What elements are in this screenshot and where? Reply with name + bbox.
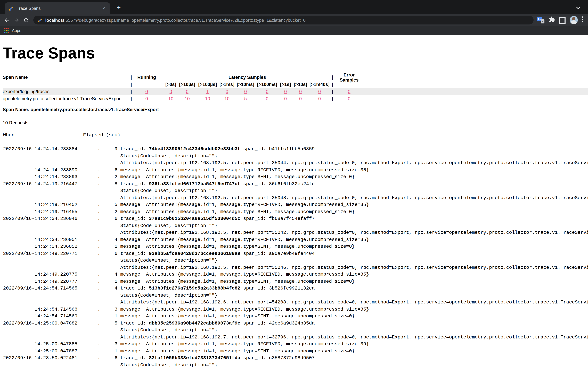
- col-separator: |: [129, 75, 133, 80]
- request-message: 14:24:54.714568 . 3 message Attributes:{…: [3, 306, 588, 313]
- request-when: 2022/09/16-14:24:54.714565 . 4 trace_id:…: [3, 285, 588, 292]
- span-name: exporter/logging/traces: [3, 89, 129, 94]
- new-tab-button[interactable]: +: [114, 3, 123, 12]
- tab-title: Trace Spans: [17, 6, 101, 11]
- request-count: 10 Requests: [3, 120, 588, 125]
- latency-count: 5: [235, 96, 256, 101]
- latency-count-link[interactable]: 1: [206, 89, 209, 94]
- latency-count: 0: [279, 89, 292, 94]
- latency-count: 0: [292, 96, 309, 101]
- latency-count-link[interactable]: 0: [266, 96, 268, 101]
- request-status: Status{Code=Unset, description=""}: [3, 326, 588, 334]
- col-separator: |: [160, 82, 164, 87]
- error-count: 0: [335, 96, 364, 101]
- latency-count-link[interactable]: 10: [205, 96, 210, 101]
- request-message: 14:24:14.233893 . 2 message Attributes:{…: [3, 173, 588, 180]
- latency-count: 10: [164, 96, 178, 101]
- url-bar[interactable]: localhost:55679/debug/tracez?zspanname=o…: [33, 16, 534, 25]
- latency-count-link[interactable]: 0: [299, 89, 302, 94]
- latency-count-link[interactable]: 0: [244, 89, 247, 94]
- latency-count: 0: [256, 96, 279, 101]
- request-status: Status{Code=Unset, description=""}: [3, 257, 588, 264]
- reload-button[interactable]: [21, 15, 31, 25]
- span-summary-table: Span Name|Running|Latency Samples|Error …: [3, 74, 588, 102]
- request-attributes: Attributes:{net.peer.ip=192.168.192.5, n…: [3, 264, 588, 271]
- latency-count: 0: [178, 89, 197, 94]
- tab-trace-spans[interactable]: Trace Spans ×: [5, 2, 110, 14]
- latency-count-link[interactable]: 10: [225, 96, 230, 101]
- error-count-link[interactable]: 0: [348, 96, 350, 101]
- tab-search-chevron-icon[interactable]: [576, 5, 580, 11]
- bucket-label: [>100ms]: [256, 82, 279, 87]
- apps-bookmark-label[interactable]: Apps: [12, 28, 21, 33]
- request-message: 14:24:14.233890 . 6 message Attributes:{…: [3, 166, 588, 173]
- latency-count-link[interactable]: 0: [266, 89, 268, 94]
- telescope-favicon-icon: [8, 6, 14, 11]
- latency-count-link[interactable]: 10: [185, 96, 190, 101]
- bookmarks-bar: Apps: [0, 26, 588, 35]
- bucket-label: [>10ms]: [235, 82, 256, 87]
- running-count: 0: [133, 89, 160, 94]
- request-message: 14:25:00.047885 . 3 message Attributes:{…: [3, 341, 588, 348]
- request-when: 2022/09/16-14:24:19.216447 . 8 trace_id:…: [3, 180, 588, 187]
- request-when: 2022/09/16-14:25:00.047882 . 5 trace_id:…: [3, 320, 588, 326]
- running-count-link[interactable]: 0: [145, 96, 148, 101]
- latency-count: 0: [256, 89, 279, 94]
- col-span-name: Span Name: [3, 75, 129, 80]
- url-text: localhost:55679/debug/tracez?zspanname=o…: [45, 17, 306, 23]
- kebab-menu-icon[interactable]: [582, 16, 583, 24]
- request-attributes: Attributes:{net.peer.ip=192.168.192.5, n…: [3, 194, 588, 201]
- profile-avatar[interactable]: [570, 16, 578, 24]
- col-separator: |: [160, 89, 164, 94]
- col-separator: |: [330, 89, 335, 94]
- request-status: Status{Code=Unset, description=""}: [3, 292, 588, 299]
- extensions-puzzle-icon[interactable]: [549, 16, 555, 24]
- latency-count: 10: [218, 96, 235, 101]
- col-separator: |: [330, 75, 335, 80]
- span-row: exporter/logging/traces|0|001000000|0: [3, 88, 588, 95]
- latency-count-link[interactable]: 0: [226, 89, 228, 94]
- request-log: When Elapsed (sec)----------------------…: [3, 132, 588, 367]
- running-count-link[interactable]: 0: [145, 89, 148, 94]
- latency-count-link[interactable]: 10: [168, 96, 173, 101]
- request-status: Status{Code=Unset, description=""}: [3, 152, 588, 159]
- url-host: localhost: [45, 17, 64, 23]
- browser-toolbar: localhost:55679/debug/tracez?zspanname=o…: [0, 14, 588, 26]
- latency-count-link[interactable]: 0: [299, 96, 302, 101]
- url-path: :55679/debug/tracez?zspanname=openteleme…: [64, 17, 306, 23]
- span-name: opentelemetry.proto.collector.trace.v1.T…: [3, 96, 129, 101]
- error-count: 0: [335, 89, 364, 94]
- latency-count-link[interactable]: 0: [186, 89, 188, 94]
- latency-count-link[interactable]: 0: [169, 89, 172, 94]
- request-attributes: Attributes:{net.peer.ip=192.168.192.7, n…: [3, 334, 588, 341]
- translate-icon[interactable]: G ☓: [537, 16, 545, 24]
- latency-count-link[interactable]: 0: [284, 96, 287, 101]
- page-title: Trace Spans: [3, 44, 585, 62]
- col-running: Running: [133, 75, 160, 80]
- request-when: 2022/09/16-14:24:34.236046 . 6 trace_id:…: [3, 215, 588, 222]
- col-separator: |: [160, 75, 164, 80]
- bucket-label: [>10µs]: [178, 82, 197, 87]
- forward-button[interactable]: [12, 15, 21, 25]
- side-panel-icon[interactable]: [559, 17, 566, 24]
- log-header: When Elapsed (sec): [3, 132, 588, 138]
- request-message: 14:24:54.714569 . 1 message Attributes:{…: [3, 313, 588, 320]
- bucket-label: [>0s]: [164, 82, 178, 87]
- request-attributes: Attributes:{net.peer.ip=192.168.192.6, n…: [3, 299, 588, 306]
- request-attributes: Attributes:{net.peer.ip=192.168.192.5, n…: [3, 229, 588, 236]
- latency-count-link[interactable]: 5: [244, 96, 247, 101]
- request-message: 14:24:49.220777 . 1 message Attributes:{…: [3, 278, 588, 285]
- latency-count-link[interactable]: 0: [284, 89, 287, 94]
- latency-count: 0: [309, 96, 330, 101]
- toolbar-extensions-area: G ☓: [537, 16, 586, 24]
- tab-strip: Trace Spans × +: [0, 0, 588, 14]
- latency-count-link[interactable]: 0: [318, 89, 321, 94]
- latency-count: 0: [164, 89, 178, 94]
- back-button[interactable]: [2, 15, 12, 25]
- latency-count: 0: [309, 89, 330, 94]
- tab-close-icon[interactable]: ×: [101, 5, 107, 11]
- error-count-link[interactable]: 0: [348, 89, 350, 94]
- browser-window: Trace Spans × + localhost:55679/debug/tr…: [0, 0, 588, 367]
- latency-count-link[interactable]: 0: [318, 96, 321, 101]
- apps-grid-icon[interactable]: [4, 28, 9, 33]
